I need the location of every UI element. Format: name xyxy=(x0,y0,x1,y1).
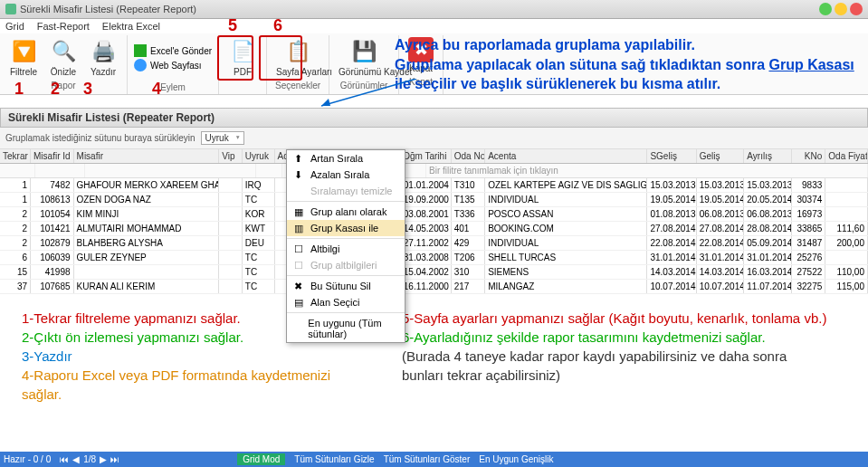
col-odafiyati[interactable]: Oda Fiyatı xyxy=(825,149,868,163)
statusbar: Hazır - 0 / 0 ⏮ ◀ 1/8 ▶ ⏭ Grid Mod Tüm S… xyxy=(0,452,868,467)
group-icon: ▦ xyxy=(294,206,305,217)
table-row[interactable]: 1541998TC15.04.2002310SIEMENS14.03.20141… xyxy=(0,265,868,280)
close-window-button[interactable] xyxy=(850,3,863,15)
annotation-arrow xyxy=(321,79,421,110)
pager-first-icon[interactable]: ⏮ xyxy=(60,454,69,464)
table-row[interactable]: 2101421ALMUTAIRI MOHAMMADKWT49914.05.200… xyxy=(0,222,868,236)
annotation-number-4: 4 xyxy=(152,80,161,99)
save-view-button[interactable]: 💾Görünümü Kaydet xyxy=(333,35,395,79)
ctx-best-fit-all[interactable]: En uygunu (Tüm sütunlar) xyxy=(287,315,405,342)
col-misafir[interactable]: Misafir xyxy=(74,149,220,163)
col-tekrar[interactable]: Tekrar xyxy=(0,149,31,163)
pager[interactable]: ⏮ ◀ 1/8 ▶ ⏭ xyxy=(60,454,119,464)
preview-button[interactable]: 🔍Önizle xyxy=(43,35,83,79)
col-kno[interactable]: KNo xyxy=(792,149,825,163)
table-row[interactable]: 6106039GULER ZEYNEPTC31.03.2008T206SHELL… xyxy=(0,251,868,265)
status-best-fit[interactable]: En Uygun Genişlik xyxy=(479,454,553,464)
magnifier-icon: 🔍 xyxy=(49,37,78,66)
annotation-number-1: 1 xyxy=(14,80,24,99)
annotation-box-6 xyxy=(259,35,302,81)
excel-button[interactable]: Excel'e Gönder xyxy=(131,43,215,58)
table-row[interactable]: 2101054KIM MINJIKOR03.08.2001T336POSCO A… xyxy=(0,207,868,222)
report-subtitle: Sürekli Misafir Listesi (Repeater Report… xyxy=(0,108,868,128)
ctx-sort-desc[interactable]: ⬇Azalan Sırala xyxy=(287,167,405,183)
grid-header: Tekrar Misafir Id Misafir Vip Uyruk Adre… xyxy=(0,149,868,164)
maximize-button[interactable] xyxy=(835,3,847,15)
app-icon xyxy=(5,4,16,14)
column-context-menu: ⬆Artan Sırala ⬇Azalan Sırala Sıralamayı … xyxy=(286,149,405,343)
pager-prev-icon[interactable]: ◀ xyxy=(72,454,80,464)
excel-icon xyxy=(134,44,147,57)
menu-elektra-excel[interactable]: Elektra Excel xyxy=(102,21,160,32)
status-show-cols[interactable]: Tüm Sütunları Göster xyxy=(384,454,471,464)
filter-button[interactable]: 🔽Filtrele xyxy=(4,35,43,79)
sort-desc-icon: ⬇ xyxy=(294,169,305,180)
col-misafir-id[interactable]: Misafir Id xyxy=(31,149,74,163)
annotation-number-2: 2 xyxy=(51,80,60,99)
group-chip-uyruk[interactable]: Uyruk xyxy=(201,131,244,145)
data-grid: Tekrar Misafir Id Misafir Vip Uyruk Adre… xyxy=(0,149,868,294)
ctx-group-field[interactable]: ▦Grup alanı olarak xyxy=(287,204,405,220)
ctx-sort-asc[interactable]: ⬆Artan Sırala xyxy=(287,150,405,167)
menu-fast-report[interactable]: Fast-Report xyxy=(37,21,90,32)
window-titlebar: Sürekli Misafir Listesi (Repeater Report… xyxy=(0,0,868,19)
col-ayrilis[interactable]: Ayrılış xyxy=(744,149,792,163)
funnel-icon: 🔽 xyxy=(9,37,38,66)
legend-block: 1-Tekrar filtreleme yapmanızı sağlar. 2-… xyxy=(0,294,868,418)
chooser-icon: ▤ xyxy=(294,297,305,308)
ctx-footer[interactable]: ☐Altbilgi xyxy=(287,241,405,257)
sort-asc-icon: ⬆ xyxy=(294,153,305,164)
window-title: Sürekli Misafir Listesi (Repeater Report… xyxy=(20,4,819,14)
svg-marker-1 xyxy=(321,99,330,106)
annotation-number-5: 5 xyxy=(228,16,237,35)
annotation-text: Ayrıca bu raporlamada gruplama yapılabil… xyxy=(389,30,868,100)
save-icon: 💾 xyxy=(349,37,378,66)
ctx-clear-sort: Sıralamayı temizle xyxy=(287,183,405,199)
ribbon: 🔽Filtrele 🔍Önizle 🖨️Yazdır Rapor Excel'e… xyxy=(0,33,868,95)
table-row[interactable]: 2102879BLAHBERG ALYSHADEU27.11.2002429IN… xyxy=(0,236,868,251)
minimize-button[interactable] xyxy=(819,3,832,15)
remove-icon: ✖ xyxy=(294,281,305,291)
ctx-group-footer: ☐Grup altbilgileri xyxy=(287,257,405,273)
annotation-number-6: 6 xyxy=(273,16,282,35)
printer-icon: 🖨️ xyxy=(89,37,118,66)
pager-next-icon[interactable]: ▶ xyxy=(100,454,107,464)
table-row[interactable]: 17482GHAFOUR MERKO XAREEM GHAFOURIRQ01.0… xyxy=(0,178,868,193)
col-uyruk[interactable]: Uyruk xyxy=(243,149,275,163)
table-row[interactable]: 37107685KURAN ALI KERIMTC16.11.2000217MI… xyxy=(0,280,868,294)
col-oda[interactable]: Oda No xyxy=(452,149,485,163)
ctx-field-chooser[interactable]: ▤Alan Seçici xyxy=(287,294,405,310)
status-hide-cols[interactable]: Tüm Sütunları Gizle xyxy=(294,454,374,464)
ctx-remove-col[interactable]: ✖Bu Sütunu Sil xyxy=(287,278,405,294)
menu-grid[interactable]: Grid xyxy=(5,21,24,32)
globe-icon xyxy=(134,59,147,71)
pager-last-icon[interactable]: ⏭ xyxy=(110,454,119,464)
group-box-icon: ▥ xyxy=(294,223,305,234)
ctx-group-box[interactable]: ▥Grup Kasası ile xyxy=(287,220,405,236)
group-drop-bar[interactable]: Gruplamak istediğiniz sütunu buraya sürü… xyxy=(0,128,868,149)
table-row[interactable]: 1108613OZEN DOGA NAZTC19.09.2000T135INDI… xyxy=(0,193,868,207)
col-acenta[interactable]: Acenta xyxy=(485,149,647,163)
col-dogum[interactable]: Dğm Tarihi xyxy=(401,149,452,163)
svg-line-0 xyxy=(321,79,416,106)
print-button[interactable]: 🖨️Yazdır xyxy=(83,35,123,79)
status-grid-mode[interactable]: Grid Mod xyxy=(237,453,285,465)
grid-filter-row[interactable]: Bir filitre tanımlamak için tıklayın xyxy=(0,164,868,178)
annotation-box-5 xyxy=(217,35,253,81)
col-gelis[interactable]: Geliş xyxy=(697,149,745,163)
status-ready: Hazır - 0 / 0 xyxy=(4,454,51,464)
col-vip[interactable]: Vip xyxy=(219,149,243,163)
col-sgelis[interactable]: SGeliş xyxy=(647,149,696,163)
annotation-number-3: 3 xyxy=(83,80,92,99)
web-button[interactable]: Web Sayfası xyxy=(131,58,215,72)
